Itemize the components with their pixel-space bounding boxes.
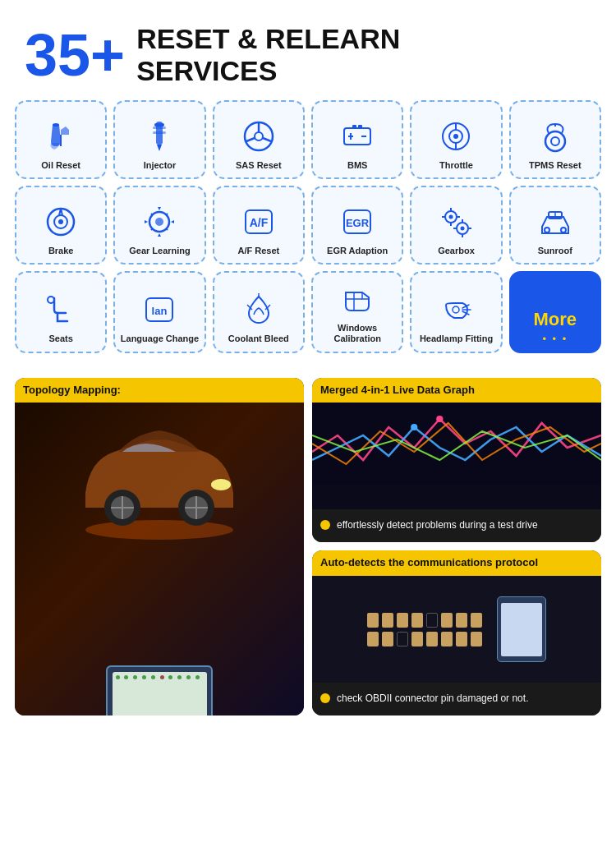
battery-icon [338,117,377,156]
gearbox-label: Gearbox [438,246,475,256]
svg-point-59 [411,424,417,430]
svg-line-10 [263,138,271,141]
services-grid: Oil Reset Injector SAS Reset BMS [15,100,601,352]
svg-rect-12 [352,125,356,128]
protocol-bullet [320,693,330,703]
svg-point-29 [155,218,163,226]
svg-line-9 [246,138,255,141]
more-dots: • • • [542,333,568,345]
svg-point-40 [545,228,549,232]
bms-label: BMS [347,160,367,171]
headlamp-icon [436,290,476,329]
gearbox-icon [436,202,476,242]
svg-rect-11 [344,128,370,145]
language-icon: lan [140,290,179,329]
coolant-icon [239,290,278,329]
live-data-bullet [320,520,330,530]
service-brake[interactable]: Brake [15,186,107,265]
topology-image [15,403,304,715]
af-reset-label: A/F Reset [237,246,279,256]
service-egr[interactable]: EGR EGR Adaption [311,186,403,265]
service-windows-calibration[interactable]: Windows Calibration [311,271,403,352]
service-oil-reset[interactable]: Oil Reset [15,100,107,179]
seat-icon [41,290,80,329]
service-gearbox[interactable]: Gearbox [410,186,502,265]
svg-rect-13 [358,125,362,128]
svg-point-27 [58,219,63,224]
svg-point-46 [453,306,459,313]
svg-point-23 [551,137,559,145]
svg-point-22 [545,131,565,151]
sunroof-label: Sunroof [538,246,572,256]
topology-label: Topology Mapping: [15,378,304,403]
injector-icon [140,117,179,156]
service-sunroof[interactable]: Sunroof [509,186,601,265]
protocol-panel: Auto-detects the communications protocol [312,550,601,715]
live-data-graph [312,403,601,509]
service-gear-learning[interactable]: Gear Learning [113,186,205,265]
services-section: Oil Reset Injector SAS Reset BMS [0,100,616,369]
service-language[interactable]: lan Language Change [113,271,205,352]
svg-rect-3 [154,123,164,127]
coolant-label: Coolant Bleed [228,334,289,344]
svg-rect-5 [153,131,166,134]
header-section: 35+ RESET & RELEARN SERVICES [0,0,616,100]
service-headlamp[interactable]: Headlamp Fitting [410,271,502,352]
tpms-label: TPMS Reset [529,160,582,171]
svg-text:lan: lan [152,305,168,317]
svg-point-7 [255,132,263,140]
windows-icon [338,279,377,319]
protocol-image [312,576,601,683]
svg-point-35 [449,215,453,219]
svg-point-21 [453,134,458,139]
svg-text:EGR: EGR [346,217,370,229]
service-af-reset[interactable]: A/F A/F Reset [213,186,305,265]
brake-icon [41,202,80,242]
gear-icon [140,202,179,242]
gear-learning-label: Gear Learning [129,246,191,256]
live-data-text: effortlessly detect problems during a te… [337,518,538,532]
language-label: Language Change [121,334,199,344]
header-title: RESET & RELEARN SERVICES [136,23,400,87]
topology-panel: Topology Mapping: [15,378,304,716]
headlamp-label: Headlamp Fitting [420,334,493,344]
svg-point-48 [211,479,231,490]
oil-reset-label: Oil Reset [41,160,80,171]
seats-label: Seats [48,334,72,344]
windows-calibration-label: Windows Calibration [316,323,398,344]
oil-icon [41,117,80,156]
service-tpms[interactable]: TPMS Reset [509,100,601,179]
service-more[interactable]: More • • • [509,271,601,352]
svg-text:A/F: A/F [250,216,269,229]
live-data-desc: effortlessly detect problems during a te… [312,509,601,542]
sas-reset-label: SAS Reset [236,160,282,171]
egr-icon: EGR [338,202,377,242]
service-bms[interactable]: BMS [311,100,403,179]
svg-point-47 [85,520,233,540]
tpms-icon [536,117,575,156]
service-injector[interactable]: Injector [113,100,205,179]
throttle-icon [436,117,476,156]
svg-point-37 [461,227,465,231]
svg-rect-57 [312,403,601,485]
svg-point-58 [436,416,443,422]
service-count: 35+ [25,25,125,85]
features-section: Topology Mapping: [0,370,616,733]
service-sas-reset[interactable]: SAS Reset [213,100,305,179]
sunroof-icon [536,202,575,242]
egr-label: EGR Adaption [327,246,388,256]
live-data-panel: Merged 4-in-1 Live Data Graph effortless… [312,378,601,543]
live-data-label: Merged 4-in-1 Live Data Graph [312,378,601,403]
steering-icon [239,117,278,156]
service-coolant[interactable]: Coolant Bleed [213,271,305,352]
service-throttle[interactable]: Throttle [410,100,502,179]
injector-label: Injector [144,160,177,171]
service-seats[interactable]: Seats [15,271,107,352]
brake-label: Brake [48,246,74,256]
svg-point-0 [53,123,59,127]
protocol-text: check OBDII connector pin damaged or not… [337,691,528,706]
protocol-desc: check OBDII connector pin damaged or not… [312,683,601,715]
af-icon: A/F [239,202,278,242]
throttle-label: Throttle [439,160,473,171]
protocol-label: Auto-detects the communications protocol [312,550,601,576]
